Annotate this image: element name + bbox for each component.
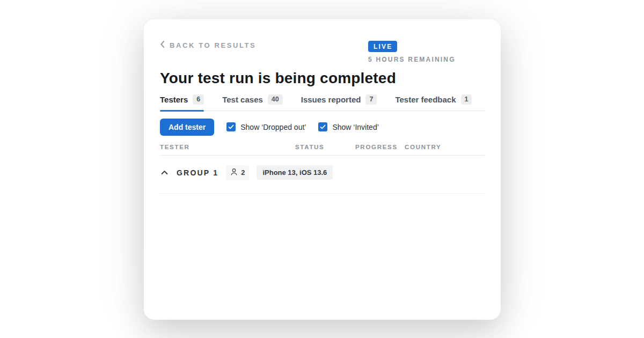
back-to-results-link[interactable]: BACK TO RESULTS xyxy=(160,41,256,49)
tab-issues-reported[interactable]: Issues reported 7 xyxy=(301,94,377,111)
tab-label: Test cases xyxy=(222,95,263,104)
checkbox-label: Show ‘Dropped out’ xyxy=(240,123,306,131)
run-status-block: LIVE 5 HOURS REMAINING xyxy=(368,41,456,63)
group-member-count: 2 xyxy=(226,165,249,180)
checkbox-checked-icon xyxy=(226,122,236,131)
tab-testers[interactable]: Testers 6 xyxy=(160,94,204,111)
tab-count-badge: 7 xyxy=(365,94,377,105)
live-badge: LIVE xyxy=(368,41,397,52)
time-remaining-label: 5 HOURS REMAINING xyxy=(368,56,456,63)
column-header-progress: PROGRESS xyxy=(355,144,405,150)
person-icon xyxy=(230,168,238,178)
tab-test-cases[interactable]: Test cases 40 xyxy=(222,94,283,111)
tab-label: Issues reported xyxy=(301,95,361,104)
tab-count-badge: 40 xyxy=(268,94,283,105)
tabs: Testers 6 Test cases 40 Issues reported … xyxy=(160,94,485,111)
tab-label: Tester feedback xyxy=(395,95,456,104)
checkbox-label: Show ‘Invited’ xyxy=(332,123,378,131)
chevron-up-icon[interactable] xyxy=(160,168,169,177)
add-tester-button[interactable]: Add tester xyxy=(160,119,214,136)
column-header-status: STATUS xyxy=(295,144,355,150)
column-header-country: COUNTRY xyxy=(405,144,485,150)
group-member-count-value: 2 xyxy=(241,168,245,177)
table-header-row: TESTER STATUS PROGRESS COUNTRY xyxy=(160,144,485,156)
page-title: Your test run is being completed xyxy=(160,70,396,87)
group-header-row[interactable]: GROUP 1 2 iPhone 13, iOS 13.6 xyxy=(160,161,485,185)
device-chip: iPhone 13, iOS 13.6 xyxy=(257,165,333,180)
tab-count-badge: 6 xyxy=(193,94,204,105)
chevron-left-icon xyxy=(160,41,165,49)
column-header-tester: TESTER xyxy=(160,144,295,150)
main-content: Testers 6 Test cases 40 Issues reported … xyxy=(160,94,485,194)
test-run-card: BACK TO RESULTS LIVE 5 HOURS REMAINING Y… xyxy=(144,19,501,320)
group-name: GROUP 1 xyxy=(177,168,218,177)
partial-next-row xyxy=(160,185,485,194)
checkbox-checked-icon xyxy=(318,122,327,131)
tab-tester-feedback[interactable]: Tester feedback 1 xyxy=(395,94,472,111)
show-invited-checkbox[interactable]: Show ‘Invited’ xyxy=(318,122,378,131)
show-dropped-out-checkbox[interactable]: Show ‘Dropped out’ xyxy=(226,122,306,131)
toolbar: Add tester Show ‘Dropped out’ Show ‘Invi… xyxy=(160,119,485,136)
tab-label: Testers xyxy=(160,95,188,104)
tab-count-badge: 1 xyxy=(461,94,472,105)
back-link-label: BACK TO RESULTS xyxy=(170,41,256,49)
